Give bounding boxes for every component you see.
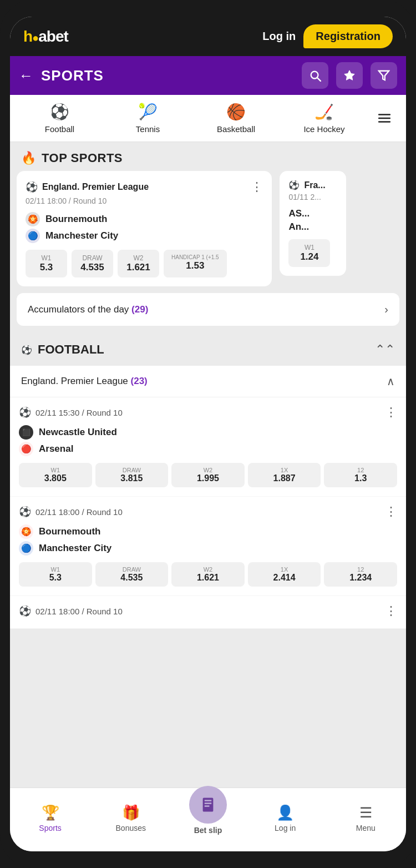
football-collapse-button[interactable]: ⌃⌃ [375,342,395,357]
svg-marker-3 [379,71,389,80]
league-match-2-teams: 🏵️ Bournemouth 🔵 Manchester City [19,524,397,556]
partial-datetime: 01/11 2... [288,193,337,201]
top-sports-title: TOP SPORTS [42,151,123,165]
league-match-2: ⚽ 02/11 18:00 / Round 10 ⋮ 🏵️ Bournemout… [10,497,406,596]
partial-odd-value: 1.24 [300,251,318,263]
league-match-2-options[interactable]: ⋮ [385,504,397,519]
mancity-badge: 🔵 [19,541,33,556]
top-sports-match-card-1: ⚽ England. Premier League ⋮ 02/11 18:00 … [17,171,272,286]
tab-basketball[interactable]: 🏀 Basketball [192,95,280,142]
phone-shell: h●abet Log in Registration ← SPORTS [0,0,416,868]
partial-match-header: ⚽ Fra... [288,180,337,190]
bonuses-nav-icon: 🎁 [122,804,140,821]
odd-w2[interactable]: W2 1.621 [118,250,159,277]
league-match-3-options[interactable]: ⋮ [385,604,397,618]
m2-odd-w1[interactable]: W1 5.3 [19,562,92,587]
nav-betslip[interactable]: Bet slip [189,786,227,835]
m2-odd-draw[interactable]: DRAW 4.535 [95,562,169,587]
brand-logo: h●abet [23,28,68,46]
odd-handicap-label: HANDICAP 1 (+1.5 [171,254,219,260]
odd-w2-label: W2 [134,254,144,262]
tab-football[interactable]: ⚽ Football [16,95,104,142]
league-match-3-time: ⚽ 02/11 18:00 / Round 10 [19,605,123,617]
football-tab-icon: ⚽ [50,103,69,121]
odd-handicap-value: 1.53 [186,260,204,271]
m2-odd-w2[interactable]: W2 1.621 [171,562,245,587]
league-name: England. Premier League (23) [21,376,148,387]
league-match-2-time: ⚽ 02/11 18:00 / Round 10 [19,506,123,518]
tennis-tab-icon: 🎾 [138,103,158,121]
league-match-3-icon: ⚽ [19,605,31,617]
tennis-tab-label: Tennis [136,124,160,134]
ice-hockey-tab-label: Ice Hockey [303,124,344,134]
nav-menu[interactable]: ☰ Menu [343,804,388,832]
betslip-circle [189,786,227,824]
top-bar: h●abet Log in Registration [10,17,406,56]
odd-handicap[interactable]: HANDICAP 1 (+1.5 1.53 [164,250,227,277]
odd-draw[interactable]: DRAW 4.535 [72,250,113,277]
m1-odd-1x[interactable]: 1X 1.887 [248,463,321,487]
bournemouth-badge: 🏵️ [19,524,33,539]
team2-name: Arsenal [39,443,73,455]
odd-w1[interactable]: W1 5.3 [26,250,67,277]
league-match-3-partial: ⚽ 02/11 18:00 / Round 10 ⋮ [10,596,406,629]
partial-odd-w1[interactable]: W1 1.24 [288,239,330,267]
football-tab-label: Football [45,124,74,134]
search-icon-button[interactable] [302,62,328,89]
partial-team1: AS... [288,208,337,219]
partial-team2: An... [288,221,337,233]
league-match-2-odds: W1 5.3 DRAW 4.535 W2 1.621 1X [19,562,397,587]
ice-hockey-tab-icon: 🏒 [314,103,334,121]
m1-odd-w1[interactable]: W1 3.805 [19,463,92,487]
league-match-1-team1: ⬛ Newcastle United [19,425,397,440]
nav-sports[interactable]: 🏆 Sports [28,804,73,832]
basketball-tab-label: Basketball [217,124,255,134]
back-button[interactable]: ← [19,67,33,84]
league-match-1-options[interactable]: ⋮ [385,405,397,420]
league-football-icon: ⚽ [26,181,38,193]
m1-odd-12[interactable]: 12 1.3 [324,463,397,487]
sports-header-left: ← SPORTS [19,67,104,84]
top-sports-flame-icon: 🔥 [21,151,36,165]
league-match-2-team1: 🏵️ Bournemouth [19,524,397,539]
team1-name: Bournemouth [45,214,107,225]
team1-name: Bournemouth [39,526,100,537]
tab-tennis[interactable]: 🎾 Tennis [104,95,192,142]
more-sports-button[interactable] [368,103,400,133]
league-match-2-header: ⚽ 02/11 18:00 / Round 10 ⋮ [19,504,397,519]
match-options-button[interactable]: ⋮ [251,180,263,194]
login-nav-icon: 👤 [276,804,294,821]
bonuses-nav-label: Bonuses [116,824,146,832]
sports-header-icons [302,62,397,89]
partial-odd-label: W1 [305,244,314,251]
team2-name: Manchester City [45,230,118,241]
favorites-icon-button[interactable] [336,62,363,89]
football-section-icon: ⚽ [21,345,32,355]
partial-league-icon: ⚽ [288,180,300,190]
partial-teams: AS... An... [288,208,337,233]
login-nav-label: Log in [275,824,296,832]
register-button[interactable]: Registration [303,24,393,48]
nav-login[interactable]: 👤 Log in [263,804,307,832]
odd-w2-value: 1.621 [126,262,150,273]
logo-dot: ● [32,32,38,44]
league-match-1: ⚽ 02/11 15:30 / Round 10 ⋮ ⬛ Newcastle U… [10,397,406,497]
nav-bonuses[interactable]: 🎁 Bonuses [109,804,153,832]
filter-icon-button[interactable] [371,62,397,89]
login-button[interactable]: Log in [262,30,296,43]
m1-odd-w2[interactable]: W2 1.995 [171,463,245,487]
top-sports-section-header: 🔥 TOP SPORTS [10,142,406,171]
accumulators-row[interactable]: Accumulators of the day (29) › [17,293,399,326]
tab-ice-hockey[interactable]: 🏒 Ice Hockey [280,95,368,142]
partial-team1-name: AS... [288,208,310,219]
football-section-header: ⚽ FOOTBALL ⌃⌃ [10,334,406,366]
league-match-1-header: ⚽ 02/11 15:30 / Round 10 ⋮ [19,405,397,420]
partial-team2-name: An... [288,221,309,233]
league-collapse-icon: ∧ [387,375,395,388]
league-header[interactable]: England. Premier League (23) ∧ [10,366,406,397]
sports-page-title: SPORTS [41,67,104,84]
m2-odd-1x[interactable]: 1X 2.414 [248,562,321,587]
m2-odd-12[interactable]: 12 1.234 [324,562,397,587]
m1-odd-draw[interactable]: DRAW 3.815 [95,463,169,487]
league-match-1-icon: ⚽ [19,406,31,418]
